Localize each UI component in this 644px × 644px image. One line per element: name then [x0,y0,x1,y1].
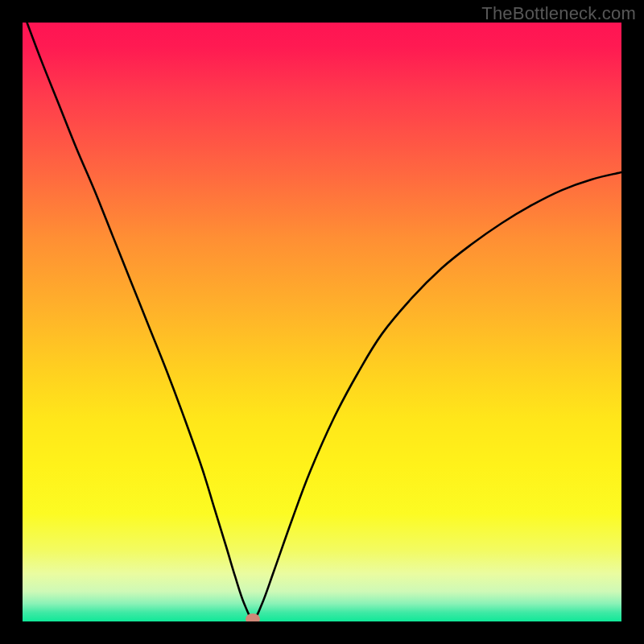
optimal-point-marker [246,613,260,621]
chart-frame: TheBottleneck.com [0,0,644,644]
plot-area [23,23,621,621]
curve-path [23,23,621,619]
bottleneck-curve [23,23,621,621]
watermark-label: TheBottleneck.com [481,3,636,24]
